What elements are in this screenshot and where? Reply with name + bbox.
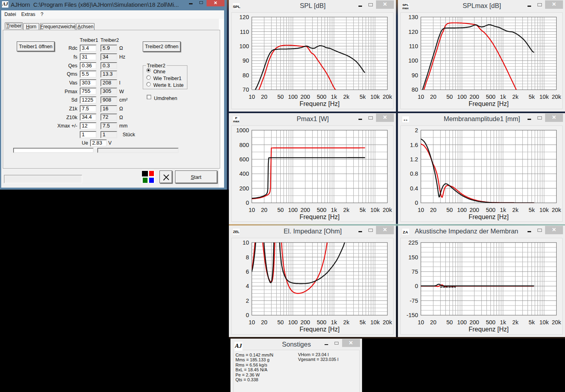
svg-text:2k: 2k — [343, 319, 349, 325]
svg-text:100: 100 — [288, 207, 297, 213]
svg-text:50: 50 — [277, 207, 283, 213]
svg-text:0: 0 — [246, 200, 249, 206]
svg-text:20k: 20k — [382, 207, 392, 213]
svg-text:150: 150 — [408, 254, 418, 261]
svg-text:20k: 20k — [382, 94, 392, 100]
svg-text:500: 500 — [486, 207, 495, 213]
svg-text:200: 200 — [239, 185, 249, 192]
svg-text:2k: 2k — [343, 94, 349, 100]
svg-text:1k: 1k — [331, 207, 337, 213]
svg-text:0.4: 0.4 — [410, 185, 418, 192]
svg-text:Frequenz [Hz]: Frequenz [Hz] — [469, 100, 508, 107]
svg-text:50: 50 — [446, 207, 453, 213]
svg-text:20: 20 — [430, 319, 436, 325]
svg-text:100: 100 — [288, 94, 297, 100]
svg-text:-150: -150 — [406, 312, 418, 318]
svg-text:10k: 10k — [370, 94, 380, 100]
svg-text:75: 75 — [411, 269, 418, 275]
svg-text:1k: 1k — [500, 319, 506, 325]
svg-text:200: 200 — [300, 319, 310, 325]
svg-text:100: 100 — [457, 207, 467, 213]
svg-text:10: 10 — [417, 207, 424, 213]
svg-text:2: 2 — [415, 127, 418, 133]
svg-text:70: 70 — [242, 86, 249, 93]
svg-text:80: 80 — [411, 86, 418, 93]
svg-text:2k: 2k — [512, 207, 519, 213]
svg-text:20: 20 — [261, 207, 267, 213]
svg-text:100: 100 — [457, 94, 467, 100]
svg-text:Frequenz [Hz]: Frequenz [Hz] — [469, 326, 508, 333]
svg-text:5k: 5k — [359, 94, 366, 100]
svg-text:10k: 10k — [370, 207, 380, 213]
svg-text:10: 10 — [248, 319, 255, 325]
svg-text:Frequenz [Hz]: Frequenz [Hz] — [299, 214, 339, 220]
svg-text:10: 10 — [417, 319, 424, 325]
svg-text:90: 90 — [242, 57, 249, 64]
svg-text:5k: 5k — [529, 319, 535, 325]
svg-text:200: 200 — [469, 207, 479, 213]
svg-text:1k: 1k — [500, 207, 506, 213]
svg-text:500: 500 — [486, 94, 495, 100]
svg-text:1k: 1k — [331, 94, 337, 100]
svg-text:500: 500 — [317, 207, 326, 213]
svg-text:100: 100 — [408, 57, 418, 64]
svg-text:2: 2 — [246, 298, 249, 304]
svg-text:50: 50 — [277, 319, 283, 325]
svg-text:20k: 20k — [382, 319, 392, 325]
svg-text:10k: 10k — [539, 319, 549, 325]
svg-text:400: 400 — [239, 171, 249, 177]
svg-text:5k: 5k — [529, 94, 535, 100]
svg-text:120: 120 — [408, 29, 418, 35]
svg-text:50: 50 — [277, 94, 283, 100]
svg-text:200: 200 — [300, 207, 310, 213]
svg-text:10: 10 — [248, 94, 255, 100]
svg-text:130: 130 — [408, 14, 418, 20]
svg-text:0.8: 0.8 — [410, 171, 418, 177]
svg-text:8: 8 — [246, 254, 249, 261]
svg-text:10k: 10k — [539, 94, 549, 100]
svg-text:2k: 2k — [512, 94, 519, 100]
svg-text:110: 110 — [240, 29, 249, 35]
svg-text:120: 120 — [239, 14, 249, 20]
svg-text:500: 500 — [317, 94, 326, 100]
svg-text:50: 50 — [446, 319, 453, 325]
svg-text:5k: 5k — [359, 319, 366, 325]
svg-text:200: 200 — [469, 319, 479, 325]
svg-text:4: 4 — [246, 283, 249, 289]
svg-text:-75: -75 — [410, 298, 418, 304]
svg-text:Frequenz [Hz]: Frequenz [Hz] — [299, 326, 339, 333]
svg-text:20k: 20k — [552, 207, 561, 213]
svg-text:20: 20 — [430, 94, 436, 100]
svg-text:110: 110 — [409, 43, 418, 49]
svg-text:1000: 1000 — [236, 127, 249, 133]
svg-text:10k: 10k — [370, 319, 380, 325]
svg-text:20: 20 — [430, 207, 436, 213]
svg-text:100: 100 — [288, 319, 297, 325]
svg-text:90: 90 — [411, 72, 418, 78]
svg-text:Frequenz [Hz]: Frequenz [Hz] — [299, 100, 339, 107]
svg-text:5k: 5k — [359, 207, 366, 213]
svg-text:200: 200 — [469, 94, 479, 100]
svg-text:2k: 2k — [512, 319, 519, 325]
svg-text:6: 6 — [246, 269, 249, 275]
svg-text:800: 800 — [239, 142, 249, 148]
svg-text:100: 100 — [239, 43, 249, 49]
svg-text:5k: 5k — [529, 207, 535, 213]
svg-text:2k: 2k — [343, 207, 349, 213]
svg-text:20k: 20k — [552, 319, 561, 325]
svg-text:0: 0 — [246, 312, 249, 318]
svg-text:1k: 1k — [331, 319, 337, 325]
svg-text:225: 225 — [408, 239, 418, 246]
svg-text:20: 20 — [261, 94, 267, 100]
svg-text:10: 10 — [248, 207, 255, 213]
svg-text:10: 10 — [417, 94, 424, 100]
svg-text:1k: 1k — [500, 94, 506, 100]
svg-text:0: 0 — [415, 283, 418, 289]
svg-text:10: 10 — [242, 239, 249, 246]
svg-text:20k: 20k — [552, 94, 561, 100]
svg-text:50: 50 — [446, 94, 453, 100]
svg-text:0: 0 — [415, 200, 418, 206]
svg-text:600: 600 — [239, 156, 249, 163]
svg-text:500: 500 — [486, 319, 495, 325]
svg-text:20: 20 — [261, 319, 267, 325]
